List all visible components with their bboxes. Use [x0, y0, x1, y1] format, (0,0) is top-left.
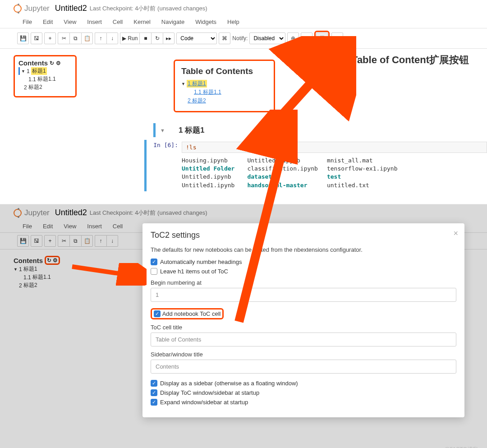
move-up-button[interactable]: ↑ — [95, 32, 106, 44]
cut-button[interactable]: ✂ — [58, 32, 69, 44]
input-toc-title[interactable] — [151, 333, 456, 346]
menu-widgets[interactable]: Widgets — [190, 16, 222, 28]
toc-link-1[interactable]: ▼1 标题1 — [181, 80, 267, 88]
ext-label: Table of Content扩展按钮 — [352, 53, 469, 67]
watermark: @51CTO博客 — [444, 446, 478, 448]
menu-navigate[interactable]: Navigate — [156, 16, 190, 28]
sidebar-title: Contents — [18, 59, 48, 67]
sidebar-title-row: Contents ↻ ⚙ — [18, 59, 72, 67]
gear-icon[interactable]: ⚙ — [56, 60, 61, 66]
opt-leave-h1[interactable]: Leave h1 items out of ToC — [151, 268, 456, 275]
collapse-button[interactable]: ∧ — [301, 32, 312, 44]
copy-button[interactable]: ⧉ — [69, 32, 81, 44]
jupyter-icon — [14, 5, 22, 13]
opt-auto-number[interactable]: ✓Automatically number headings — [151, 259, 456, 265]
sidebar-item-1[interactable]: ▼ 1 标题1 — [18, 67, 72, 75]
toc-button[interactable]: ☰ — [316, 32, 328, 44]
opt-add-toc-cell[interactable]: ✓ Add notebook ToC cell — [151, 308, 224, 319]
celltype-select[interactable]: Code — [176, 32, 217, 44]
toc-sidebar: Contents ↻ ⚙ ▼ 1 标题1 1.1 标题1.1 2 标题2 — [14, 55, 77, 97]
menu-help[interactable]: Help — [222, 16, 245, 28]
menubar: File Edit View Insert Cell Kernel Naviga… — [0, 16, 487, 28]
paste-button[interactable]: 📋 — [81, 32, 93, 44]
output-area: Housing.ipynb Untitled Folder Untitled.i… — [144, 155, 487, 191]
toc-cell-title: Table of Contents — [181, 66, 267, 76]
collapse-tri-icon[interactable]: ▼ — [21, 69, 25, 74]
checkpoint-text: Last Checkpoint: 4小时前 (unsaved changes) — [90, 5, 207, 13]
menu-edit[interactable]: Edit — [37, 16, 58, 28]
toc-cell: Table of Contents ▼1 标题1 1.1 标题1.1 2 标题2 — [174, 60, 275, 112]
stop-button[interactable]: ■ — [139, 32, 151, 44]
refresh-icon[interactable]: ↻ — [50, 60, 54, 66]
code-cell[interactable]: In [6]: !ls — [144, 140, 487, 155]
header: Jupyter Untitled2 Last Checkpoint: 4小时前 … — [0, 0, 487, 16]
heading-text: 1 标题1 — [179, 125, 205, 135]
menu-cell[interactable]: Cell — [107, 16, 128, 28]
menu-view[interactable]: View — [58, 16, 82, 28]
opt-expand-startup[interactable]: ✓Expand window/sidebar at startup — [151, 399, 456, 406]
fastforward-button[interactable]: ▸▸ — [163, 32, 175, 44]
toggle-button[interactable]: ⊕ — [287, 32, 299, 44]
output-col-2: Untitled2.ipynb classification.ipynb dat… — [247, 157, 318, 189]
heading-cell[interactable]: ▼ 1 标题1 — [153, 123, 487, 137]
command-palette-button[interactable]: ⌘ — [219, 32, 230, 44]
menu-insert[interactable]: Insert — [82, 16, 107, 28]
input-begin[interactable] — [151, 288, 456, 302]
input-sidebar-title[interactable] — [151, 360, 456, 374]
sidebar-item-2[interactable]: 2 标题2 — [24, 83, 72, 91]
input-prompt: In [6]: — [150, 142, 182, 153]
menu-file[interactable]: File — [17, 16, 37, 28]
toc-link-1-1[interactable]: 1.1 标题1.1 — [194, 88, 267, 96]
opt-display-sidebar[interactable]: ✓Display as a sidebar (otherwise as a fl… — [151, 380, 456, 387]
notify-select[interactable]: Disabled — [249, 32, 285, 44]
add-cell-button[interactable]: + — [44, 32, 56, 44]
bottom-panel: Jupyter Untitled2 Last Checkpoint: 4小时前 … — [0, 204, 487, 448]
close-icon[interactable]: × — [453, 229, 458, 238]
jupyter-logo[interactable]: Jupyter — [14, 4, 50, 13]
run-button[interactable]: ▶ Run — [120, 32, 139, 44]
modal-desc: The defaults for new notebooks can be ed… — [151, 246, 456, 253]
label-sidebar-title: Sidebar/window title — [151, 351, 456, 358]
top-panel: Jupyter Untitled2 Last Checkpoint: 4小时前 … — [0, 0, 487, 204]
label-begin: Begin numbering at — [151, 279, 456, 286]
move-down-button[interactable]: ↓ — [106, 32, 118, 44]
toc-link-2[interactable]: 2 标题2 — [188, 97, 267, 105]
menu-kernel[interactable]: Kernel — [128, 16, 156, 28]
opt-display-startup[interactable]: ✓Display ToC window/sidebar at startup — [151, 389, 456, 396]
restart-button[interactable]: ↻ — [151, 32, 163, 44]
toc-settings-modal: × ToC2 settings The defaults for new not… — [142, 223, 464, 417]
notebook-area: Table of Content扩展按钮 Table of Contents ▼… — [135, 49, 487, 191]
label-toc-title: ToC cell title — [151, 324, 456, 331]
output-col-3: mnist_all.mat tensorflow-ex1.ipynb test … — [327, 157, 398, 189]
extra-button[interactable]: ✦ — [331, 32, 343, 44]
code-input[interactable]: !ls — [182, 142, 487, 153]
output-col-1: Housing.ipynb Untitled Folder Untitled.i… — [182, 157, 234, 189]
brand-text: Jupyter — [24, 4, 50, 13]
heading-collapse-icon[interactable]: ▼ — [160, 128, 165, 133]
save-button[interactable]: 💾 — [17, 32, 29, 44]
notify-label: Notify: — [232, 35, 248, 42]
modal-title: ToC2 settings — [151, 231, 456, 240]
sidebar-item-1-1[interactable]: 1.1 标题1.1 — [28, 75, 72, 83]
toolbar: 💾 🖫 + ✂ ⧉ 📋 ↑ ↓ ▶ Run ■ ↻ ▸▸ Code ⌘ Noti… — [0, 28, 487, 49]
save-button-2[interactable]: 🖫 — [31, 32, 42, 44]
notebook-title[interactable]: Untitled2 — [55, 4, 87, 13]
